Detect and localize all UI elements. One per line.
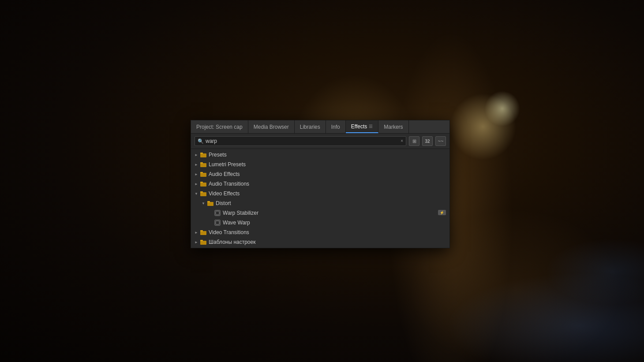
label-distort: Distort xyxy=(216,200,446,206)
svg-rect-3 xyxy=(200,162,203,164)
folder-icon-presets xyxy=(200,151,207,158)
label-lumetri-presets: Lumetri Presets xyxy=(209,161,446,168)
svg-rect-13 xyxy=(216,211,219,215)
expand-shablony: ► xyxy=(193,237,200,247)
waveform-btn[interactable]: ~~ xyxy=(435,136,446,146)
folder-icon-video-transitions xyxy=(200,229,207,236)
svg-rect-20 xyxy=(200,241,206,245)
effects-tree: ► Presets ► Lumetri Presets ► Audio Effe… xyxy=(191,149,449,248)
svg-rect-6 xyxy=(200,183,206,187)
tab-markers[interactable]: Markers xyxy=(378,120,408,133)
tree-item-video-effects[interactable]: ▼ Video Effects xyxy=(191,189,449,198)
folder-icon-audio-effects xyxy=(200,171,207,178)
svg-rect-17 xyxy=(216,221,219,224)
expand-video-transitions: ► xyxy=(193,228,200,237)
tree-item-distort[interactable]: ▼ Distort xyxy=(191,198,449,208)
tab-media-browser[interactable]: Media Browser xyxy=(248,120,295,133)
svg-rect-11 xyxy=(207,201,210,202)
svg-rect-2 xyxy=(200,163,206,167)
folder-icon-video-effects xyxy=(200,190,207,197)
svg-rect-8 xyxy=(200,192,206,196)
expand-audio-transitions: ► xyxy=(193,179,200,189)
effects-panel: Project: Screen cap Media Browser Librar… xyxy=(191,120,450,248)
effect-icon-warp-stabilizer xyxy=(214,209,221,216)
folder-icon-lumetri xyxy=(200,161,207,168)
label-warp-stabilizer: Warp Stabilizer xyxy=(223,210,438,216)
svg-rect-19 xyxy=(200,230,203,231)
tree-item-presets[interactable]: ► Presets xyxy=(191,150,449,160)
label-presets: Presets xyxy=(209,152,446,158)
search-clear-button[interactable]: × xyxy=(401,139,403,143)
folder-icon-distort xyxy=(207,200,214,207)
view-toggle-btn[interactable]: ⊞ xyxy=(409,136,419,146)
svg-rect-18 xyxy=(200,231,206,235)
label-audio-effects: Audio Effects xyxy=(209,171,446,177)
label-shablony: Шаблоны настроек xyxy=(209,239,446,245)
tree-item-audio-effects[interactable]: ► Audio Effects xyxy=(191,169,449,179)
label-video-effects: Video Effects xyxy=(209,190,446,197)
folder-icon-audio-transitions xyxy=(200,180,207,187)
expand-lumetri: ► xyxy=(193,160,200,169)
expand-distort: ▼ xyxy=(200,198,207,208)
tree-item-video-transitions[interactable]: ► Video Transitions xyxy=(191,228,449,237)
svg-rect-9 xyxy=(200,191,203,193)
accelerate-btn[interactable]: 32 xyxy=(422,136,433,146)
tree-item-warp-stabilizer[interactable]: Warp Stabilizer ⚡ xyxy=(191,208,449,218)
svg-rect-4 xyxy=(200,173,206,177)
search-input-wrap[interactable]: 🔍 × xyxy=(195,136,406,146)
label-video-transitions: Video Transitions xyxy=(209,229,446,235)
tab-libraries[interactable]: Libraries xyxy=(295,120,326,133)
svg-rect-21 xyxy=(200,240,203,241)
expand-audio-effects: ► xyxy=(193,169,200,179)
search-input[interactable] xyxy=(206,138,399,144)
svg-rect-5 xyxy=(200,172,203,173)
svg-rect-7 xyxy=(200,182,203,183)
folder-icon-shablony xyxy=(200,239,207,246)
label-audio-transitions: Audio Transitions xyxy=(209,181,446,187)
tree-item-wave-warp[interactable]: Wave Warp xyxy=(191,218,449,228)
expand-warp-stabilizer xyxy=(207,208,214,218)
expand-wave-warp xyxy=(207,218,214,228)
search-icon: 🔍 xyxy=(198,138,204,144)
tab-info[interactable]: Info xyxy=(326,120,346,133)
tab-bar: Project: Screen cap Media Browser Librar… xyxy=(191,120,449,134)
svg-rect-0 xyxy=(200,153,206,157)
expand-video-effects: ▼ xyxy=(193,189,200,198)
svg-text:⚡: ⚡ xyxy=(440,210,444,215)
accelerate-badge-warp-stabilizer: ⚡ xyxy=(438,209,446,217)
svg-rect-10 xyxy=(207,202,213,206)
effect-icon-wave-warp xyxy=(214,219,221,226)
tab-project[interactable]: Project: Screen cap xyxy=(191,120,248,133)
tab-effects[interactable]: Effects ☰ xyxy=(346,120,378,133)
search-bar: 🔍 × ⊞ 32 ~~ xyxy=(191,134,449,149)
expand-presets: ► xyxy=(193,150,200,160)
label-wave-warp: Wave Warp xyxy=(223,220,446,226)
svg-rect-1 xyxy=(200,153,203,154)
tree-item-audio-transitions[interactable]: ► Audio Transitions xyxy=(191,179,449,189)
tree-item-shablony[interactable]: ► Шаблоны настроек xyxy=(191,237,449,247)
tree-item-lumetri-presets[interactable]: ► Lumetri Presets xyxy=(191,160,449,169)
tab-menu-icon: ☰ xyxy=(369,124,373,129)
